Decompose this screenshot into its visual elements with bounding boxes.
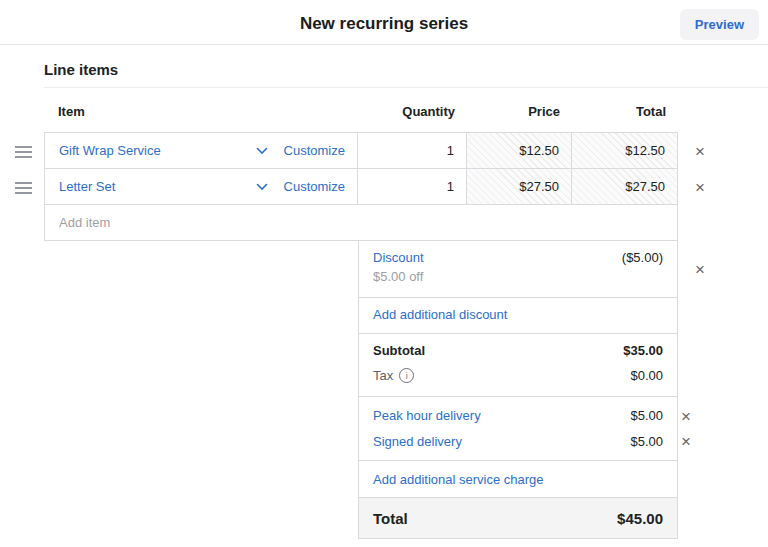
add-discount-row: Add additional discount — [358, 297, 678, 334]
service-charge-link[interactable]: Peak hour delivery — [373, 408, 481, 423]
column-header-total: Total — [572, 104, 678, 119]
total-amount: $45.00 — [617, 510, 663, 527]
quantity-field[interactable]: 1 — [357, 169, 466, 204]
item-select[interactable]: Gift Wrap Service — [59, 143, 256, 158]
item-cell: Letter Set Customize — [45, 169, 357, 204]
service-charge-amount: $5.00 — [630, 434, 663, 449]
quantity-field[interactable]: 1 — [357, 133, 466, 168]
service-charge-row: Peak hour delivery $5.00 × — [373, 403, 663, 429]
discount-row: Discount ($5.00) $5.00 off × — [358, 240, 678, 298]
item-cell: Gift Wrap Service Customize — [45, 133, 357, 168]
total-cell: $27.50 — [571, 169, 677, 204]
table-row: Letter Set Customize 1 $27.50 $27.50 × — [44, 168, 678, 205]
page-title: New recurring series — [0, 14, 768, 34]
service-charges-section: Peak hour delivery $5.00 × Signed delive… — [358, 396, 678, 461]
drag-handle-icon[interactable] — [15, 182, 32, 194]
service-charge-link[interactable]: Signed delivery — [373, 434, 462, 449]
discount-link[interactable]: Discount — [373, 250, 424, 265]
tax-text: Tax — [373, 368, 393, 383]
column-header-price: Price — [467, 104, 572, 119]
add-item-input[interactable] — [45, 205, 677, 240]
total-row: Total $45.00 — [358, 497, 678, 539]
discount-amount: ($5.00) — [622, 250, 663, 265]
price-cell: $27.50 — [466, 169, 571, 204]
remove-line-icon[interactable]: × — [695, 178, 705, 195]
section-divider — [44, 87, 768, 88]
discount-description: $5.00 off — [373, 269, 663, 284]
info-icon[interactable]: i — [399, 368, 414, 383]
remove-discount-icon[interactable]: × — [695, 261, 705, 278]
add-item-row — [44, 204, 678, 241]
summary-panel: Discount ($5.00) $5.00 off × Add additio… — [358, 240, 678, 539]
page-header: New recurring series Preview — [0, 0, 768, 45]
drag-handle-icon[interactable] — [15, 146, 32, 158]
line-items-heading: Line items — [44, 61, 118, 78]
table-header-row: Item Quantity Price Total — [44, 100, 678, 132]
table-row: Gift Wrap Service Customize 1 $12.50 $12… — [44, 132, 678, 169]
subtotal-amount: $35.00 — [623, 343, 663, 358]
service-charge-row: Signed delivery $5.00 × — [373, 429, 663, 455]
recurring-series-page: New recurring series Preview Line items … — [0, 0, 768, 547]
add-additional-service-charge-link[interactable]: Add additional service charge — [373, 472, 544, 487]
tax-amount: $0.00 — [630, 368, 663, 383]
add-service-charge-row: Add additional service charge — [358, 460, 678, 498]
subtotal-label: Subtotal — [373, 343, 425, 358]
remove-line-icon[interactable]: × — [695, 142, 705, 159]
price-cell: $12.50 — [466, 133, 571, 168]
chevron-down-icon[interactable] — [256, 183, 268, 191]
preview-button[interactable]: Preview — [680, 9, 759, 40]
service-charge-amount: $5.00 — [630, 408, 663, 423]
customize-link[interactable]: Customize — [284, 179, 345, 194]
total-label: Total — [373, 510, 408, 527]
column-header-item: Item — [44, 104, 358, 119]
chevron-down-icon[interactable] — [256, 147, 268, 155]
add-additional-discount-link[interactable]: Add additional discount — [373, 307, 507, 322]
customize-link[interactable]: Customize — [284, 143, 345, 158]
line-items-table: Item Quantity Price Total Gift Wrap Serv… — [0, 100, 768, 539]
remove-charge-icon[interactable]: × — [681, 433, 691, 450]
column-header-quantity: Quantity — [358, 104, 467, 119]
subtotal-section: Subtotal $35.00 Tax i $0.00 — [358, 333, 678, 397]
tax-label: Tax i — [373, 368, 414, 383]
item-select[interactable]: Letter Set — [59, 179, 256, 194]
remove-charge-icon[interactable]: × — [681, 407, 691, 424]
total-cell: $12.50 — [571, 133, 677, 168]
